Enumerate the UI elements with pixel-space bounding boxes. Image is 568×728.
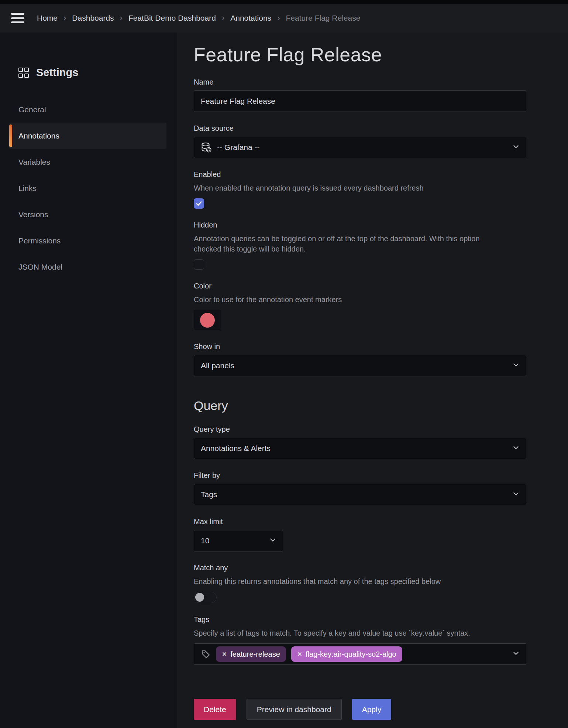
data-source-label: Data source: [194, 124, 526, 133]
sidebar-item-general[interactable]: General: [9, 96, 166, 123]
tags-input[interactable]: ✕ feature-release ✕ flag-key:air-quality…: [194, 643, 526, 665]
sidebar-item-links[interactable]: Links: [9, 175, 166, 201]
max-limit-label: Max limit: [194, 517, 526, 526]
show-in-select[interactable]: All panels: [194, 355, 526, 376]
chevron-down-icon: [513, 490, 519, 499]
sidebar-item-permissions[interactable]: Permissions: [9, 228, 166, 254]
color-picker-swatch[interactable]: [194, 310, 221, 330]
query-type-label: Query type: [194, 425, 526, 434]
menu-icon[interactable]: [11, 13, 24, 23]
active-indicator-bar: [9, 124, 12, 147]
breadcrumb-item-home[interactable]: Home: [37, 14, 58, 23]
filter-by-select[interactable]: Tags: [194, 484, 526, 505]
name-input[interactable]: [194, 90, 526, 112]
query-type-select[interactable]: Annotations & Alerts: [194, 438, 526, 459]
page-title: Feature Flag Release: [194, 44, 526, 66]
tags-description: Specify a list of tags to match. To spec…: [194, 628, 486, 638]
settings-nav: General Annotations Variables Links Vers…: [9, 96, 166, 280]
match-any-field-group: Match any Enabling this returns annotati…: [194, 564, 526, 603]
data-source-field-group: Data source -- Grafana --: [194, 124, 526, 158]
breadcrumb-separator: ›: [222, 13, 224, 23]
enabled-checkbox[interactable]: [194, 198, 204, 209]
color-label: Color: [194, 282, 526, 290]
window-top-strip: [0, 0, 568, 4]
preview-in-dashboard-button[interactable]: Preview in dashboard: [247, 699, 342, 720]
chevron-down-icon: [513, 143, 519, 152]
query-type-value: Annotations & Alerts: [201, 444, 513, 453]
chevron-down-icon: [513, 444, 519, 453]
grafana-datasource-icon: [201, 142, 212, 153]
app-header: Home › Dashboards › FeatBit Demo Dashboa…: [0, 4, 568, 33]
filter-by-label: Filter by: [194, 471, 526, 480]
chevron-down-icon: [513, 650, 519, 658]
chevron-down-icon: [513, 361, 519, 370]
tags-label: Tags: [194, 615, 526, 624]
breadcrumb: Home › Dashboards › FeatBit Demo Dashboa…: [37, 13, 360, 23]
tag-chip-flag-key: ✕ flag-key:air-quality-so2-algo: [291, 646, 402, 662]
color-field-group: Color Color to use for the annotation ev…: [194, 282, 526, 330]
sidebar-item-json-model[interactable]: JSON Model: [9, 254, 166, 280]
settings-title: Settings: [36, 66, 78, 79]
enabled-description: When enabled the annotation query is iss…: [194, 183, 503, 193]
query-type-field-group: Query type Annotations & Alerts: [194, 425, 526, 459]
breadcrumb-separator: ›: [120, 13, 123, 23]
show-in-field-group: Show in All panels: [194, 342, 526, 376]
hidden-label: Hidden: [194, 221, 526, 229]
match-any-description: Enabling this returns annotations that m…: [194, 576, 503, 587]
action-buttons-row: Delete Preview in dashboard Apply: [194, 699, 526, 720]
sidebar-item-variables[interactable]: Variables: [9, 149, 166, 175]
delete-button[interactable]: Delete: [194, 699, 236, 720]
tags-field-group: Tags Specify a list of tags to match. To…: [194, 615, 526, 665]
name-field-group: Name: [194, 78, 526, 112]
remove-tag-icon[interactable]: ✕: [222, 650, 227, 658]
max-limit-value: 10: [201, 536, 269, 545]
toggle-knob: [195, 593, 204, 602]
hidden-field-group: Hidden Annotation queries can be toggled…: [194, 221, 526, 270]
settings-sidebar: Settings General Annotations Variables L…: [0, 33, 177, 728]
checkmark-icon: [195, 200, 203, 207]
breadcrumb-separator: ›: [63, 13, 66, 23]
breadcrumb-item-dashboard-name[interactable]: FeatBit Demo Dashboard: [128, 14, 216, 23]
color-description: Color to use for the annotation event ma…: [194, 294, 503, 305]
sidebar-item-annotations[interactable]: Annotations: [9, 123, 166, 149]
settings-header: Settings: [18, 66, 177, 79]
breadcrumb-item-annotations[interactable]: Annotations: [230, 14, 271, 23]
apps-grid-icon: [18, 68, 29, 78]
sidebar-item-label: Annotations: [18, 131, 59, 140]
chevron-down-icon: [269, 536, 276, 545]
breadcrumb-item-current: Feature Flag Release: [286, 14, 360, 23]
tag-chip-label: flag-key:air-quality-so2-algo: [306, 650, 396, 659]
breadcrumb-separator: ›: [277, 13, 280, 23]
tag-icon: [201, 649, 211, 659]
query-section-heading: Query: [194, 399, 526, 413]
data-source-select[interactable]: -- Grafana --: [194, 137, 526, 158]
show-in-label: Show in: [194, 342, 526, 351]
hidden-description: Annotation queries can be toggled on or …: [194, 233, 503, 254]
tag-chip-label: feature-release: [230, 650, 280, 659]
filter-by-field-group: Filter by Tags: [194, 471, 526, 505]
annotation-marker-color: [200, 313, 215, 328]
match-any-label: Match any: [194, 564, 526, 572]
apply-button[interactable]: Apply: [352, 699, 392, 720]
tag-chip-feature-release: ✕ feature-release: [216, 646, 286, 662]
name-label: Name: [194, 78, 526, 86]
show-in-value: All panels: [201, 361, 513, 370]
enabled-label: Enabled: [194, 170, 526, 179]
filter-by-value: Tags: [201, 490, 513, 499]
annotation-settings-panel: Feature Flag Release Name Data source: [177, 33, 568, 728]
max-limit-select[interactable]: 10: [194, 530, 283, 551]
breadcrumb-item-dashboards[interactable]: Dashboards: [72, 14, 114, 23]
enabled-field-group: Enabled When enabled the annotation quer…: [194, 170, 526, 209]
match-any-toggle[interactable]: [194, 592, 217, 603]
sidebar-item-versions[interactable]: Versions: [9, 201, 166, 228]
hidden-checkbox[interactable]: [194, 259, 204, 270]
max-limit-field-group: Max limit 10: [194, 517, 526, 551]
data-source-value: -- Grafana --: [217, 143, 513, 152]
remove-tag-icon[interactable]: ✕: [297, 650, 302, 658]
